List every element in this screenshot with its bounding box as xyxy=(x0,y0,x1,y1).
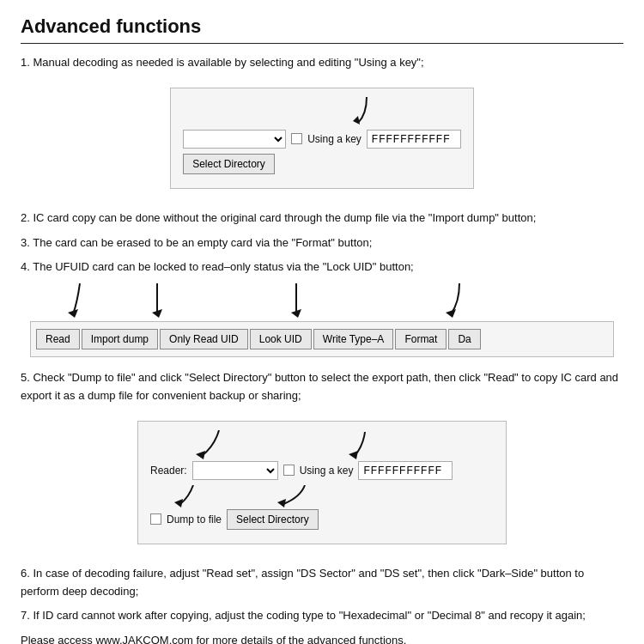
ui1-checkbox-label: Using a key xyxy=(307,133,361,145)
svg-marker-4 xyxy=(446,309,456,318)
section2-line3: 4. The UFUID card can be locked to read–… xyxy=(21,258,623,276)
svg-marker-5 xyxy=(196,451,205,459)
section234: 2. IC card copy can be done without the … xyxy=(21,210,623,357)
section2-line2: 3. The card can be erased to be an empty… xyxy=(21,234,623,252)
ui3-select-directory-button[interactable]: Select Directory xyxy=(227,509,319,530)
section6-line1: 6. In case of decoding failure, adjust "… xyxy=(21,565,623,601)
page-title: Advanced functions xyxy=(21,15,623,44)
ui1-checkbox[interactable] xyxy=(291,133,302,144)
svg-marker-6 xyxy=(349,451,358,459)
section6-line2: 7. If ID card cannot work after copying,… xyxy=(21,607,623,625)
ui3-key-input[interactable] xyxy=(358,461,453,480)
ui3-checkbox[interactable] xyxy=(283,465,295,476)
ui3-box: Reader: Using a key Dump to f xyxy=(137,421,507,544)
svg-marker-2 xyxy=(152,309,162,318)
ui2-format-button[interactable]: Format xyxy=(395,329,447,349)
ui2-da-button[interactable]: Da xyxy=(448,329,480,349)
section2-line1: 2. IC card copy can be done without the … xyxy=(21,210,623,228)
ui3-dump-label: Dump to file xyxy=(167,513,222,526)
ui2-import-dump-button[interactable]: Import dump xyxy=(82,329,158,349)
svg-marker-0 xyxy=(353,116,360,125)
ui3-checkbox-label: Using a key xyxy=(300,465,354,477)
svg-marker-3 xyxy=(291,309,301,318)
ui2-look-uid-button[interactable]: Look UID xyxy=(250,329,312,349)
ui1-key-input[interactable] xyxy=(367,130,461,149)
ui3-reader-select[interactable] xyxy=(192,461,278,480)
ui2-read-button[interactable]: Read xyxy=(36,329,80,349)
ui2-only-read-uid-button[interactable]: Only Read UID xyxy=(160,329,248,349)
section1: 1. Manual decoding as needed is availabl… xyxy=(21,54,623,197)
ui3-dump-checkbox[interactable] xyxy=(150,513,161,525)
section6-line3: Please access www.JAKCOM.com for more de… xyxy=(21,632,623,644)
arrows2-svg xyxy=(30,283,614,321)
section5: 5. Check "Dump to file" and click "Selec… xyxy=(21,369,623,553)
ui1-select[interactable] xyxy=(183,130,286,149)
svg-marker-1 xyxy=(68,309,78,318)
ui2-write-type-a-button[interactable]: Write Type–A xyxy=(313,329,394,349)
section1-text: 1. Manual decoding as needed is availabl… xyxy=(21,54,623,72)
ui1-box: Using a key Select Directory xyxy=(170,88,474,189)
svg-marker-8 xyxy=(277,499,286,507)
arrows4-svg xyxy=(150,485,494,509)
arrow1-svg xyxy=(341,97,392,128)
ui3-reader-label: Reader: xyxy=(150,465,187,477)
ui1-select-directory-button[interactable]: Select Directory xyxy=(183,154,275,174)
svg-marker-7 xyxy=(174,499,183,507)
section5-text: 5. Check "Dump to file" and click "Selec… xyxy=(21,369,623,405)
arrows3-svg xyxy=(150,430,494,461)
ui2-buttons-container: Read Import dump Only Read UID Look UID … xyxy=(30,321,614,357)
section6: 6. In case of decoding failure, adjust "… xyxy=(21,565,623,644)
